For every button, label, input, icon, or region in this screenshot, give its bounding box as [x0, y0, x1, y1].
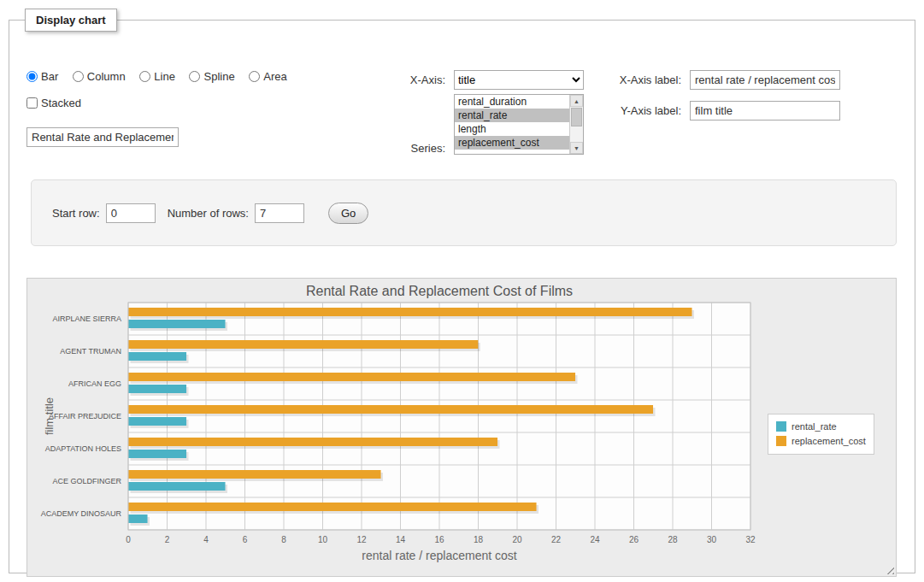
legend-swatch-rental-rate [776, 421, 786, 432]
y-axis-label-input[interactable] [690, 101, 840, 121]
x-axis-title: rental rate / replacement cost [128, 549, 750, 562]
legend-item: rental_rate [776, 420, 866, 434]
chart-type-option-line[interactable]: Line [139, 70, 175, 83]
row-range-fieldset: Start row: Number of rows: Go [31, 179, 897, 246]
chart-type-radio[interactable] [189, 71, 200, 82]
chart-type-option-spline[interactable]: Spline [189, 70, 234, 83]
chart-type-option-bar[interactable]: Bar [26, 70, 58, 83]
chart-type-radio[interactable] [249, 71, 260, 82]
series-option[interactable]: length [455, 122, 569, 136]
chart-type-label: Column [87, 70, 126, 83]
num-rows-label: Number of rows: [168, 207, 249, 220]
series-listbox[interactable]: rental_durationrental_ratelengthreplacem… [454, 94, 584, 155]
chart-type-radio[interactable] [139, 71, 150, 82]
legend-label: replacement_cost [792, 436, 866, 446]
legend-swatch-replacement-cost [776, 436, 786, 446]
chart-type-radiogroup: Bar Column Line Spline Area [26, 70, 298, 83]
svg-text:30: 30 [707, 535, 717, 544]
stacked-row: Stacked [26, 97, 81, 109]
svg-text:14: 14 [396, 535, 406, 544]
bar-chart: 02468101214161820222426283032AIRPLANE SI… [27, 279, 896, 576]
svg-text:AIRPLANE SIERRA: AIRPLANE SIERRA [52, 315, 121, 323]
chart-legend: rental_rate replacement_cost [768, 414, 874, 455]
chart-type-label: Line [154, 70, 175, 83]
series-option[interactable]: rental_rate [455, 109, 569, 122]
start-row-input[interactable] [106, 203, 156, 223]
svg-text:2: 2 [165, 535, 170, 544]
chart-title-input[interactable] [26, 127, 179, 147]
scroll-down-icon[interactable]: ▼ [570, 142, 583, 154]
scrollbar-thumb[interactable] [571, 108, 582, 126]
svg-text:20: 20 [512, 535, 522, 544]
series-options: rental_durationrental_ratelengthreplacem… [455, 95, 569, 154]
chart-type-radio[interactable] [73, 71, 84, 82]
svg-text:22: 22 [551, 535, 562, 544]
chart-type-option-area[interactable]: Area [249, 70, 286, 83]
chart-type-radio[interactable] [26, 71, 38, 82]
svg-text:AFRICAN EGG: AFRICAN EGG [68, 379, 121, 388]
chart-panel: 02468101214161820222426283032AIRPLANE SI… [26, 278, 897, 577]
svg-text:0: 0 [126, 535, 131, 544]
svg-text:26: 26 [629, 535, 639, 544]
y-axis-label-field-label: Y-Axis label: [596, 104, 681, 117]
svg-text:AGENT TRUMAN: AGENT TRUMAN [60, 347, 121, 356]
svg-text:ADAPTATION HOLES: ADAPTATION HOLES [45, 444, 121, 453]
series-option[interactable]: rental_duration [455, 95, 569, 109]
svg-text:16: 16 [434, 535, 444, 544]
series-label-text: Series: [385, 142, 445, 155]
svg-text:18: 18 [474, 535, 484, 544]
display-chart-fieldset: Display chart Bar Column Line Spline Are… [9, 9, 915, 573]
go-button[interactable]: Go [328, 203, 368, 224]
svg-text:AFFAIR PREJUDICE: AFFAIR PREJUDICE [49, 412, 121, 420]
num-rows-input[interactable] [255, 203, 304, 223]
legend-label: rental_rate [792, 421, 837, 432]
start-row-label: Start row: [52, 207, 100, 220]
x-axis-label-field-label: X-Axis label: [596, 73, 681, 86]
stacked-checkbox[interactable] [26, 97, 38, 109]
stacked-option[interactable]: Stacked [26, 97, 81, 109]
series-option[interactable]: replacement_cost [455, 136, 569, 150]
svg-text:28: 28 [668, 535, 678, 544]
svg-text:12: 12 [356, 535, 367, 544]
stacked-label: Stacked [41, 97, 81, 109]
chart-type-label: Area [263, 70, 286, 83]
svg-text:8: 8 [281, 535, 286, 544]
listbox-scrollbar[interactable]: ▲ ▼ [569, 95, 583, 154]
chart-type-label: Spline [203, 70, 234, 83]
svg-text:10: 10 [318, 535, 328, 544]
fieldset-legend: Display chart [25, 9, 117, 32]
svg-text:6: 6 [243, 535, 248, 544]
x-axis-select[interactable]: title [454, 70, 584, 90]
legend-item: replacement_cost [776, 434, 866, 449]
x-axis-label-text: X-Axis: [385, 73, 445, 86]
scroll-up-icon[interactable]: ▲ [570, 95, 583, 107]
y-axis-title: film title [43, 303, 56, 530]
svg-text:4: 4 [203, 535, 209, 544]
chart-type-label: Bar [41, 70, 58, 83]
svg-text:24: 24 [590, 535, 600, 544]
svg-text:32: 32 [745, 535, 756, 544]
chart-type-option-column[interactable]: Column [73, 70, 126, 83]
svg-text:ACE GOLDFINGER: ACE GOLDFINGER [52, 477, 121, 485]
x-axis-label-input[interactable] [690, 70, 840, 90]
chart-title: Rental Rate and Replacement Cost of Film… [128, 284, 750, 299]
